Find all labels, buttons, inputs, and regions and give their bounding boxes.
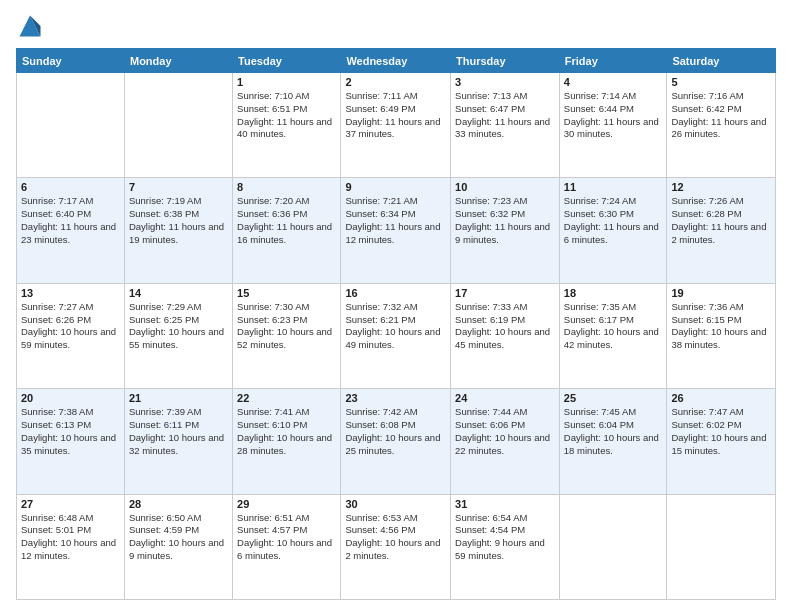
calendar-cell <box>17 73 125 178</box>
logo-icon <box>16 12 44 40</box>
calendar-cell: 22Sunrise: 7:41 AMSunset: 6:10 PMDayligh… <box>233 389 341 494</box>
day-detail: Sunrise: 7:35 AMSunset: 6:17 PMDaylight:… <box>564 301 663 352</box>
calendar-cell: 25Sunrise: 7:45 AMSunset: 6:04 PMDayligh… <box>559 389 667 494</box>
calendar-cell: 6Sunrise: 7:17 AMSunset: 6:40 PMDaylight… <box>17 178 125 283</box>
calendar-cell: 24Sunrise: 7:44 AMSunset: 6:06 PMDayligh… <box>451 389 560 494</box>
day-number: 5 <box>671 76 771 88</box>
calendar-cell: 31Sunrise: 6:54 AMSunset: 4:54 PMDayligh… <box>451 494 560 599</box>
day-number: 30 <box>345 498 446 510</box>
calendar-cell: 10Sunrise: 7:23 AMSunset: 6:32 PMDayligh… <box>451 178 560 283</box>
day-detail: Sunrise: 7:36 AMSunset: 6:15 PMDaylight:… <box>671 301 771 352</box>
day-detail: Sunrise: 7:30 AMSunset: 6:23 PMDaylight:… <box>237 301 336 352</box>
calendar-cell: 26Sunrise: 7:47 AMSunset: 6:02 PMDayligh… <box>667 389 776 494</box>
week-row-3: 13Sunrise: 7:27 AMSunset: 6:26 PMDayligh… <box>17 283 776 388</box>
day-detail: Sunrise: 7:13 AMSunset: 6:47 PMDaylight:… <box>455 90 555 141</box>
day-number: 3 <box>455 76 555 88</box>
day-number: 29 <box>237 498 336 510</box>
calendar-cell: 19Sunrise: 7:36 AMSunset: 6:15 PMDayligh… <box>667 283 776 388</box>
day-detail: Sunrise: 6:54 AMSunset: 4:54 PMDaylight:… <box>455 512 555 563</box>
day-number: 9 <box>345 181 446 193</box>
day-detail: Sunrise: 7:20 AMSunset: 6:36 PMDaylight:… <box>237 195 336 246</box>
day-number: 25 <box>564 392 663 404</box>
week-row-1: 1Sunrise: 7:10 AMSunset: 6:51 PMDaylight… <box>17 73 776 178</box>
day-detail: Sunrise: 7:27 AMSunset: 6:26 PMDaylight:… <box>21 301 120 352</box>
calendar-cell: 28Sunrise: 6:50 AMSunset: 4:59 PMDayligh… <box>124 494 232 599</box>
day-detail: Sunrise: 7:14 AMSunset: 6:44 PMDaylight:… <box>564 90 663 141</box>
day-detail: Sunrise: 7:24 AMSunset: 6:30 PMDaylight:… <box>564 195 663 246</box>
day-detail: Sunrise: 7:41 AMSunset: 6:10 PMDaylight:… <box>237 406 336 457</box>
day-number: 31 <box>455 498 555 510</box>
weekday-header-saturday: Saturday <box>667 49 776 73</box>
logo <box>16 12 48 40</box>
header <box>16 12 776 40</box>
weekday-header-tuesday: Tuesday <box>233 49 341 73</box>
day-number: 4 <box>564 76 663 88</box>
calendar-cell: 5Sunrise: 7:16 AMSunset: 6:42 PMDaylight… <box>667 73 776 178</box>
calendar-cell: 21Sunrise: 7:39 AMSunset: 6:11 PMDayligh… <box>124 389 232 494</box>
calendar-cell: 16Sunrise: 7:32 AMSunset: 6:21 PMDayligh… <box>341 283 451 388</box>
calendar-cell <box>667 494 776 599</box>
day-detail: Sunrise: 7:16 AMSunset: 6:42 PMDaylight:… <box>671 90 771 141</box>
day-number: 18 <box>564 287 663 299</box>
day-detail: Sunrise: 7:44 AMSunset: 6:06 PMDaylight:… <box>455 406 555 457</box>
day-number: 24 <box>455 392 555 404</box>
day-detail: Sunrise: 7:39 AMSunset: 6:11 PMDaylight:… <box>129 406 228 457</box>
calendar-cell: 23Sunrise: 7:42 AMSunset: 6:08 PMDayligh… <box>341 389 451 494</box>
calendar-page: SundayMondayTuesdayWednesdayThursdayFrid… <box>0 0 792 612</box>
day-detail: Sunrise: 7:11 AMSunset: 6:49 PMDaylight:… <box>345 90 446 141</box>
day-number: 20 <box>21 392 120 404</box>
day-detail: Sunrise: 7:38 AMSunset: 6:13 PMDaylight:… <box>21 406 120 457</box>
day-number: 26 <box>671 392 771 404</box>
day-number: 2 <box>345 76 446 88</box>
day-detail: Sunrise: 7:19 AMSunset: 6:38 PMDaylight:… <box>129 195 228 246</box>
calendar-table: SundayMondayTuesdayWednesdayThursdayFrid… <box>16 48 776 600</box>
day-number: 27 <box>21 498 120 510</box>
day-detail: Sunrise: 7:21 AMSunset: 6:34 PMDaylight:… <box>345 195 446 246</box>
day-number: 10 <box>455 181 555 193</box>
calendar-cell: 11Sunrise: 7:24 AMSunset: 6:30 PMDayligh… <box>559 178 667 283</box>
calendar-cell: 8Sunrise: 7:20 AMSunset: 6:36 PMDaylight… <box>233 178 341 283</box>
week-row-2: 6Sunrise: 7:17 AMSunset: 6:40 PMDaylight… <box>17 178 776 283</box>
calendar-cell: 3Sunrise: 7:13 AMSunset: 6:47 PMDaylight… <box>451 73 560 178</box>
calendar-cell: 18Sunrise: 7:35 AMSunset: 6:17 PMDayligh… <box>559 283 667 388</box>
day-number: 7 <box>129 181 228 193</box>
weekday-header-sunday: Sunday <box>17 49 125 73</box>
calendar-cell: 12Sunrise: 7:26 AMSunset: 6:28 PMDayligh… <box>667 178 776 283</box>
week-row-4: 20Sunrise: 7:38 AMSunset: 6:13 PMDayligh… <box>17 389 776 494</box>
day-number: 16 <box>345 287 446 299</box>
day-detail: Sunrise: 6:53 AMSunset: 4:56 PMDaylight:… <box>345 512 446 563</box>
day-detail: Sunrise: 7:45 AMSunset: 6:04 PMDaylight:… <box>564 406 663 457</box>
day-number: 21 <box>129 392 228 404</box>
day-number: 23 <box>345 392 446 404</box>
day-detail: Sunrise: 7:10 AMSunset: 6:51 PMDaylight:… <box>237 90 336 141</box>
day-number: 12 <box>671 181 771 193</box>
calendar-cell: 27Sunrise: 6:48 AMSunset: 5:01 PMDayligh… <box>17 494 125 599</box>
weekday-header-thursday: Thursday <box>451 49 560 73</box>
weekday-header-wednesday: Wednesday <box>341 49 451 73</box>
day-detail: Sunrise: 7:17 AMSunset: 6:40 PMDaylight:… <box>21 195 120 246</box>
day-detail: Sunrise: 6:51 AMSunset: 4:57 PMDaylight:… <box>237 512 336 563</box>
day-number: 28 <box>129 498 228 510</box>
calendar-cell <box>124 73 232 178</box>
day-number: 15 <box>237 287 336 299</box>
calendar-cell: 4Sunrise: 7:14 AMSunset: 6:44 PMDaylight… <box>559 73 667 178</box>
weekday-header-monday: Monday <box>124 49 232 73</box>
calendar-cell: 30Sunrise: 6:53 AMSunset: 4:56 PMDayligh… <box>341 494 451 599</box>
day-detail: Sunrise: 7:29 AMSunset: 6:25 PMDaylight:… <box>129 301 228 352</box>
calendar-cell: 9Sunrise: 7:21 AMSunset: 6:34 PMDaylight… <box>341 178 451 283</box>
day-number: 17 <box>455 287 555 299</box>
day-number: 13 <box>21 287 120 299</box>
calendar-cell: 7Sunrise: 7:19 AMSunset: 6:38 PMDaylight… <box>124 178 232 283</box>
day-number: 1 <box>237 76 336 88</box>
calendar-cell: 29Sunrise: 6:51 AMSunset: 4:57 PMDayligh… <box>233 494 341 599</box>
day-detail: Sunrise: 6:48 AMSunset: 5:01 PMDaylight:… <box>21 512 120 563</box>
day-detail: Sunrise: 7:23 AMSunset: 6:32 PMDaylight:… <box>455 195 555 246</box>
calendar-cell: 2Sunrise: 7:11 AMSunset: 6:49 PMDaylight… <box>341 73 451 178</box>
day-detail: Sunrise: 6:50 AMSunset: 4:59 PMDaylight:… <box>129 512 228 563</box>
calendar-cell: 1Sunrise: 7:10 AMSunset: 6:51 PMDaylight… <box>233 73 341 178</box>
week-row-5: 27Sunrise: 6:48 AMSunset: 5:01 PMDayligh… <box>17 494 776 599</box>
weekday-header-row: SundayMondayTuesdayWednesdayThursdayFrid… <box>17 49 776 73</box>
day-number: 6 <box>21 181 120 193</box>
day-number: 22 <box>237 392 336 404</box>
calendar-cell: 14Sunrise: 7:29 AMSunset: 6:25 PMDayligh… <box>124 283 232 388</box>
